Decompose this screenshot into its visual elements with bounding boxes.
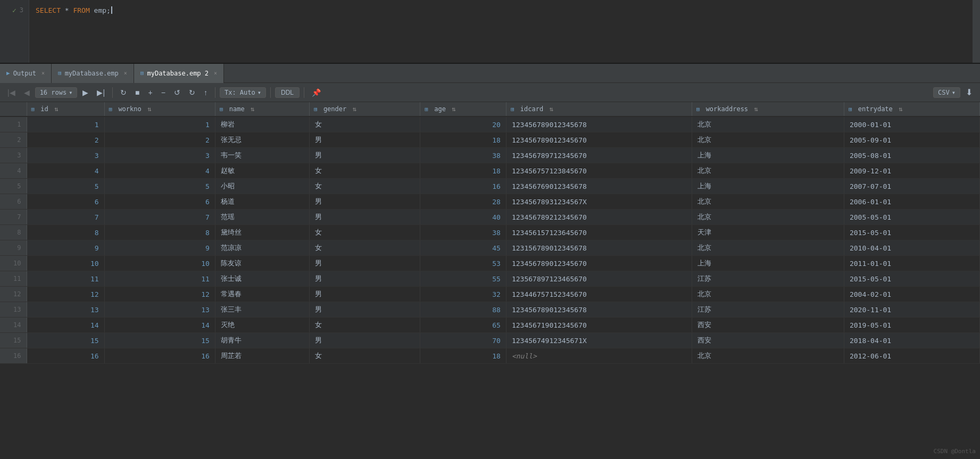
cell-id[interactable]: 11 [27, 271, 104, 287]
tab-emp-close[interactable]: × [124, 70, 127, 76]
col-header-entrydate[interactable]: ⊞ entrydate ⇅ [844, 102, 979, 116]
cell-age[interactable]: 38 [420, 225, 506, 240]
cell-id[interactable]: 16 [27, 348, 104, 364]
cell-workno[interactable]: 16 [104, 348, 215, 364]
cell-idcard[interactable]: 123456789012345678 [506, 116, 692, 132]
cell-name[interactable]: 范瑶 [215, 210, 309, 225]
submit-button[interactable]: ↻ [186, 86, 198, 99]
cell-workno[interactable]: 15 [104, 333, 215, 348]
pin-button[interactable]: 📌 [309, 86, 324, 99]
cell-workaddress[interactable]: 北京 [692, 163, 844, 179]
cell-age[interactable]: 28 [420, 194, 506, 210]
cell-workaddress[interactable]: 江苏 [692, 271, 844, 287]
cell-entrydate[interactable]: 2020-11-01 [844, 302, 979, 318]
cell-id[interactable]: 6 [27, 194, 104, 210]
cell-entrydate[interactable]: 2004-02-01 [844, 287, 979, 302]
cell-entrydate[interactable]: 2007-07-01 [844, 179, 979, 194]
cell-idcard[interactable]: 123456789012345670 [506, 256, 692, 271]
cell-entrydate[interactable]: 2005-05-01 [844, 210, 979, 225]
table-row[interactable]: 101010陈友谅男53123456789012345670上海2011-01-… [0, 256, 980, 271]
cell-age[interactable]: 18 [420, 348, 506, 364]
prev-page-button[interactable]: ◀ [21, 86, 33, 99]
col-header-workaddress[interactable]: ⊞ workaddress ⇅ [692, 102, 844, 116]
revert-button[interactable]: ↺ [171, 86, 184, 99]
table-row[interactable]: 444赵敏女18123456757123845670北京2009-12-01 [0, 163, 980, 179]
col-header-name[interactable]: ⊞ name ⇅ [215, 102, 309, 116]
cell-name[interactable]: 范凉凉 [215, 240, 309, 256]
cell-workaddress[interactable]: 北京 [692, 287, 844, 302]
cell-name[interactable]: 周芷若 [215, 348, 309, 364]
table-row[interactable]: 121212常遇春男32123446757152345670北京2004-02-… [0, 287, 980, 302]
cell-workno[interactable]: 4 [104, 163, 215, 179]
cell-id[interactable]: 7 [27, 210, 104, 225]
cell-idcard[interactable]: 123456719012345670 [506, 318, 692, 333]
cell-workaddress[interactable]: 天津 [692, 225, 844, 240]
cell-idcard[interactable]: 123156789012345678 [506, 240, 692, 256]
cell-workaddress[interactable]: 北京 [692, 210, 844, 225]
cell-entrydate[interactable]: 2018-04-01 [844, 333, 979, 348]
cell-age[interactable]: 18 [420, 132, 506, 148]
cell-workno[interactable]: 1 [104, 116, 215, 132]
table-row[interactable]: 999范凉凉女45123156789012345678北京2010-04-01 [0, 240, 980, 256]
cell-idcard[interactable]: 123456789712345670 [506, 148, 692, 163]
cell-idcard[interactable]: 123456789012345678 [506, 302, 692, 318]
cell-workaddress[interactable]: 北京 [692, 116, 844, 132]
cell-id[interactable]: 14 [27, 318, 104, 333]
cell-workaddress[interactable]: 北京 [692, 348, 844, 364]
table-row[interactable]: 111柳岩女20123456789012345678北京2000-01-01 [0, 116, 980, 132]
gender-sort-icon[interactable]: ⇅ [352, 105, 356, 113]
cell-workno[interactable]: 9 [104, 240, 215, 256]
cell-id[interactable]: 15 [27, 333, 104, 348]
table-row[interactable]: 111111张士诚男55123567897123465670江苏2015-05-… [0, 271, 980, 287]
stop-button[interactable]: ■ [132, 86, 143, 99]
up-button[interactable]: ↑ [201, 86, 211, 99]
cell-gender[interactable]: 女 [310, 163, 420, 179]
cell-workaddress[interactable]: 上海 [692, 256, 844, 271]
workno-sort-icon[interactable]: ⇅ [147, 105, 151, 113]
cell-name[interactable]: 韦一笑 [215, 148, 309, 163]
cell-name[interactable]: 张三丰 [215, 302, 309, 318]
cell-gender[interactable]: 女 [310, 348, 420, 364]
table-row[interactable]: 888黛绮丝女38123456157123645670天津2015-05-01 [0, 225, 980, 240]
cell-name[interactable]: 杨道 [215, 194, 309, 210]
table-row[interactable]: 777范瑶男40123456789212345670北京2005-05-01 [0, 210, 980, 225]
cell-name[interactable]: 张无忌 [215, 132, 309, 148]
cell-workaddress[interactable]: 北京 [692, 194, 844, 210]
cell-name[interactable]: 常遇春 [215, 287, 309, 302]
cell-id[interactable]: 9 [27, 240, 104, 256]
cell-workaddress[interactable]: 江苏 [692, 302, 844, 318]
col-header-id[interactable]: ⊞ id ⇅ [27, 102, 104, 116]
cell-age[interactable]: 18 [420, 163, 506, 179]
cell-age[interactable]: 70 [420, 333, 506, 348]
next-page-button[interactable]: ▶ [79, 86, 92, 99]
cell-id[interactable]: 2 [27, 132, 104, 148]
cell-name[interactable]: 胡青牛 [215, 333, 309, 348]
cell-gender[interactable]: 女 [310, 318, 420, 333]
cell-gender[interactable]: 男 [310, 148, 420, 163]
cell-entrydate[interactable]: 2009-12-01 [844, 163, 979, 179]
tab-mydatabase-emp[interactable]: ⊞ myDatabase.emp × [52, 64, 134, 83]
cell-workno[interactable]: 5 [104, 179, 215, 194]
tab-emp2-close[interactable]: × [214, 70, 217, 76]
cell-gender[interactable]: 男 [310, 256, 420, 271]
cell-name[interactable]: 小昭 [215, 179, 309, 194]
tab-output-close[interactable]: × [41, 70, 45, 76]
workaddress-sort-icon[interactable]: ⇅ [754, 105, 758, 113]
cell-workno[interactable]: 10 [104, 256, 215, 271]
cell-idcard[interactable]: 123456789212345670 [506, 210, 692, 225]
cell-workaddress[interactable]: 上海 [692, 148, 844, 163]
cell-entrydate[interactable]: 2010-04-01 [844, 240, 979, 256]
cell-age[interactable]: 20 [420, 116, 506, 132]
cell-age[interactable]: 65 [420, 318, 506, 333]
table-row[interactable]: 555小昭女16123456769012345678上海2007-07-01 [0, 179, 980, 194]
cell-age[interactable]: 88 [420, 302, 506, 318]
cell-id[interactable]: 12 [27, 287, 104, 302]
cell-workaddress[interactable]: 西安 [692, 318, 844, 333]
cell-name[interactable]: 张士诚 [215, 271, 309, 287]
cell-id[interactable]: 1 [27, 116, 104, 132]
tab-output[interactable]: ▶ Output × [0, 64, 52, 83]
tab-mydatabase-emp2[interactable]: ⊞ myDatabase.emp 2 × [134, 64, 224, 83]
table-row[interactable]: 666杨道男2812345678931234567X北京2006-01-01 [0, 194, 980, 210]
col-header-age[interactable]: ⊞ age ⇅ [420, 102, 506, 116]
refresh-button[interactable]: ↻ [117, 86, 130, 99]
